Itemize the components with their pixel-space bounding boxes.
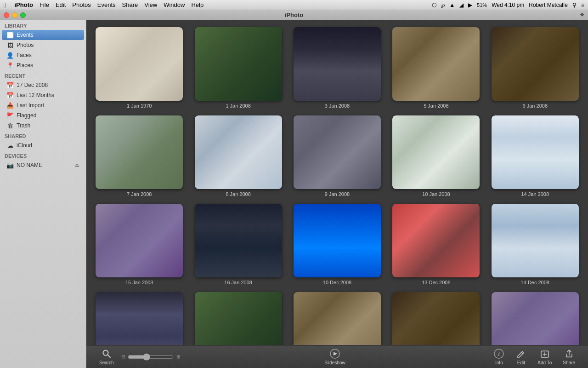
photo-item-p9[interactable]: 10 Jan 2008 <box>390 115 482 197</box>
apple-menu[interactable]:  <box>4 1 6 9</box>
sidebar-item-photos[interactable]: 🖼 Photos <box>2 40 84 50</box>
expand-button[interactable]: ❖ <box>580 12 584 18</box>
sidebar-item-last12months[interactable]: 📅 Last 12 Months <box>2 90 84 100</box>
photo-date-label: 14 Jan 2008 <box>521 191 549 197</box>
photo-thumb <box>195 27 282 101</box>
photo-date-label: 5 Jan 2008 <box>424 103 448 109</box>
edit-label: Edit <box>517 360 525 365</box>
sidebar-item-events[interactable]: 📅 Events <box>2 30 84 40</box>
photo-date-label: 14 Dec 2008 <box>521 280 549 285</box>
places-icon: 📍 <box>6 62 14 69</box>
photo-item-p19[interactable] <box>390 292 482 345</box>
share-button[interactable]: Share <box>559 346 579 367</box>
menu-edit[interactable]: Edit <box>56 1 66 8</box>
sidebar-item-noname[interactable]: 📷 NO NAME ⏏ <box>2 160 84 170</box>
events-icon: 📅 <box>6 31 14 39</box>
sidebar-item-faces[interactable]: 👤 Faces <box>2 50 84 60</box>
photo-item-p5[interactable]: 6 Jan 2008 <box>489 27 581 109</box>
dropbox-icon[interactable]: ⬡ <box>432 2 436 8</box>
photo-item-p13[interactable]: 10 Dec 2008 <box>291 204 383 285</box>
photo-item-p7[interactable]: 8 Jan 2008 <box>192 115 284 197</box>
photo-item-p2[interactable]: 1 Jan 2008 <box>192 27 284 109</box>
photos-label: Photos <box>17 42 34 48</box>
spotlight-icon[interactable]: ⚲ <box>572 2 577 8</box>
user-name: Robert Metcalfe <box>529 2 568 8</box>
lastimport-icon: 📥 <box>6 102 14 109</box>
faces-label: Faces <box>17 52 32 58</box>
photo-item-p4[interactable]: 5 Jan 2008 <box>390 27 482 109</box>
zoom-slider-input[interactable] <box>128 353 174 361</box>
photo-item-p10[interactable]: 14 Jan 2008 <box>489 115 581 197</box>
photo-item-p12[interactable]: 16 Jan 2008 <box>192 204 284 285</box>
slideshow-icon <box>329 348 340 359</box>
photo-item-p16[interactable] <box>93 292 185 345</box>
photo-item-p17[interactable] <box>192 292 284 345</box>
17dec-label: 17 Dec 2008 <box>17 82 48 88</box>
photo-thumb <box>96 292 183 345</box>
photo-item-p18[interactable] <box>291 292 383 345</box>
slideshow-button[interactable]: Slideshow <box>321 346 349 367</box>
photo-thumb <box>96 115 183 189</box>
app-name[interactable]: iPhoto <box>14 1 33 8</box>
search-button[interactable]: Search <box>96 346 118 367</box>
eject-button[interactable]: ⏏ <box>74 162 79 168</box>
minimize-button[interactable] <box>12 12 17 18</box>
search-label: Search <box>99 360 114 365</box>
sidebar-item-lastimport[interactable]: 📥 Last Import <box>2 100 84 110</box>
photo-item-p20[interactable] <box>489 292 581 345</box>
last12-icon: 📅 <box>6 92 14 99</box>
menu-view[interactable]: View <box>144 1 157 8</box>
volume-icon[interactable]: ▶ <box>468 2 472 8</box>
share-icon <box>564 348 575 359</box>
photo-thumb <box>392 292 480 345</box>
svg-line-1 <box>107 355 110 357</box>
icloud-icon: ☁ <box>6 142 14 149</box>
edit-button[interactable]: Edit <box>512 346 530 367</box>
photo-thumb <box>392 115 480 189</box>
menu-file[interactable]: File <box>40 1 49 8</box>
photo-item-p6[interactable]: 7 Jan 2008 <box>93 115 185 197</box>
notification-icon[interactable]: ≡ <box>581 2 584 8</box>
photo-thumb <box>492 292 579 345</box>
time-machine-icon[interactable]: ▲ <box>449 2 455 8</box>
menu-share[interactable]: Share <box>122 1 138 8</box>
photo-item-p14[interactable]: 13 Dec 2008 <box>390 204 482 285</box>
sidebar-item-17dec2008[interactable]: 📅 17 Dec 2008 <box>2 80 84 90</box>
flagged-label: Flagged <box>17 112 36 119</box>
photo-thumb <box>195 204 282 277</box>
sidebar-item-trash[interactable]: 🗑 Trash <box>2 121 84 131</box>
info-button[interactable]: i Info <box>490 346 508 367</box>
share-label: Share <box>563 360 575 365</box>
photo-thumb <box>195 292 282 345</box>
wifi-icon[interactable]: ◢ <box>459 2 464 8</box>
sidebar-item-icloud[interactable]: ☁ iCloud <box>2 140 84 150</box>
photo-item-p1[interactable]: 1 Jan 1970 <box>93 27 185 109</box>
photo-item-p8[interactable]: 9 Jan 2008 <box>291 115 383 197</box>
bluetooth-icon[interactable]: ℘ <box>441 2 445 8</box>
close-button[interactable] <box>4 12 9 18</box>
photo-thumb <box>294 27 381 101</box>
sidebar-item-flagged[interactable]: 🚩 Flagged <box>2 110 84 121</box>
menu-window[interactable]: Window <box>164 1 185 8</box>
sidebar-item-places[interactable]: 📍 Places <box>2 60 84 70</box>
menu-photos[interactable]: Photos <box>72 1 90 8</box>
photo-item-p15[interactable]: 14 Dec 2008 <box>489 204 581 285</box>
edit-icon <box>515 348 526 359</box>
menu-help[interactable]: Help <box>191 1 204 8</box>
icloud-label: iCloud <box>17 142 32 149</box>
photo-date-label: 6 Jan 2008 <box>523 103 548 109</box>
photo-item-p11[interactable]: 15 Jan 2008 <box>93 204 185 285</box>
title-bar: iPhoto ❖ <box>0 10 588 20</box>
zoom-in-icon: ⊞ <box>176 354 180 359</box>
photo-item-p3[interactable]: 3 Jan 2008 <box>291 27 383 109</box>
add-to-button[interactable]: Add To <box>534 346 555 367</box>
devices-header: DEVICES <box>0 150 86 160</box>
photo-date-label: 15 Jan 2008 <box>125 280 153 285</box>
menu-events[interactable]: Events <box>97 1 116 8</box>
window-title: iPhoto <box>285 12 303 18</box>
maximize-button[interactable] <box>20 12 26 18</box>
info-label: Info <box>495 360 503 365</box>
lastimport-label: Last Import <box>17 102 44 109</box>
photos-grid: 1 Jan 19701 Jan 20083 Jan 20085 Jan 2008… <box>91 25 583 345</box>
photo-date-label: 10 Dec 2008 <box>323 280 351 285</box>
